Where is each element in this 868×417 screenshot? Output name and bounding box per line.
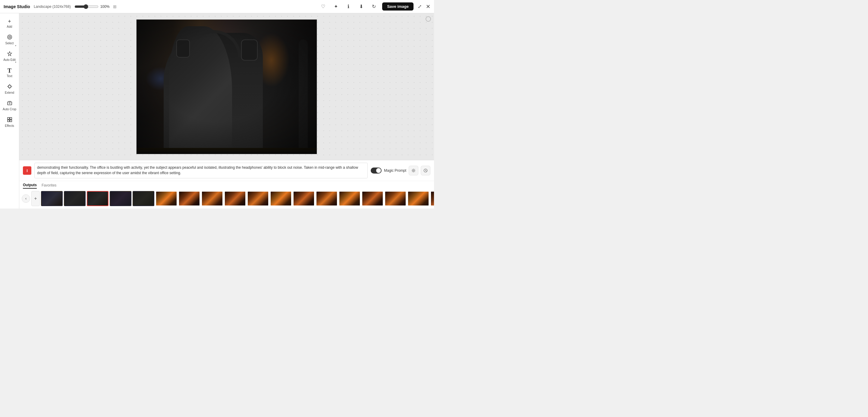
svg-rect-15 — [10, 120, 12, 122]
outputs-tabs: Outputs Favorites — [19, 181, 434, 190]
bottom-panel: I demonstrating their functionality. The… — [19, 160, 434, 208]
svg-point-0 — [7, 35, 12, 39]
canvas-area[interactable] — [19, 13, 434, 160]
sidebar-item-auto-crop-label: Auto Crop — [3, 107, 16, 111]
svg-rect-14 — [7, 120, 9, 122]
auto-crop-icon — [7, 100, 12, 107]
tab-favorites[interactable]: Favorites — [41, 183, 56, 188]
svg-point-1 — [9, 36, 10, 38]
thumbnail-13[interactable] — [316, 191, 338, 206]
svg-point-16 — [413, 170, 414, 171]
resize-icon[interactable]: ⊞ — [113, 4, 117, 9]
sidebar-item-select[interactable]: Select ▼ — [1, 32, 19, 47]
thumbnail-14[interactable] — [339, 191, 361, 206]
prompt-icon-button[interactable]: I — [23, 166, 31, 175]
thumbnail-9[interactable] — [224, 191, 246, 206]
add-thumbnail-button[interactable]: + — [31, 191, 40, 206]
sidebar-item-add-label: Add — [7, 25, 12, 28]
sidebar-item-extend-label: Extend — [5, 91, 14, 94]
effects-icon — [7, 117, 12, 123]
zoom-percent: 100% — [100, 4, 110, 9]
sidebar-item-text[interactable]: T Text — [1, 65, 19, 80]
thumbnail-18[interactable] — [430, 191, 434, 206]
thumbnail-8[interactable] — [201, 191, 223, 206]
magic-prompt-toggle[interactable] — [371, 167, 381, 173]
close-button[interactable]: ✕ — [426, 3, 430, 10]
select-icon — [7, 34, 12, 41]
thumbnail-10[interactable] — [247, 191, 269, 206]
favorite-button[interactable]: ♡ — [319, 2, 327, 11]
thumbnails-strip: ‹ + — [19, 190, 434, 208]
expand-button[interactable]: ⤢ — [418, 4, 422, 9]
sidebar-item-auto-crop[interactable]: Auto Crop — [1, 98, 19, 113]
sidebar-item-effects-label: Effects — [5, 124, 14, 127]
thumbnail-3[interactable] — [87, 191, 108, 206]
svg-rect-13 — [10, 118, 12, 119]
thumbnail-5[interactable] — [133, 191, 154, 206]
sidebar-item-add[interactable]: + Add — [1, 16, 19, 31]
main-body: + Add Select ▼ Auto Edit ▼ T Te — [0, 13, 434, 208]
download-button[interactable]: ⬇ — [357, 2, 365, 11]
app-title: Image Studio — [4, 4, 30, 9]
text-icon: T — [7, 67, 11, 73]
select-chevron: ▼ — [15, 44, 17, 47]
add-icon: + — [8, 19, 11, 24]
left-sidebar: + Add Select ▼ Auto Edit ▼ T Te — [0, 13, 19, 208]
thumbnail-16[interactable] — [384, 191, 406, 206]
prompt-text-display[interactable]: demonstrating their functionality. The o… — [34, 163, 368, 179]
thumbnail-11[interactable] — [270, 191, 292, 206]
feedback-button[interactable]: ✦ — [332, 2, 340, 11]
sidebar-item-text-label: Text — [7, 74, 12, 78]
thumbnail-15[interactable] — [362, 191, 383, 206]
sidebar-item-extend[interactable]: Extend — [1, 82, 19, 97]
thumbnail-6[interactable] — [156, 191, 177, 206]
thumbnail-7[interactable] — [179, 191, 200, 206]
settings-button[interactable] — [409, 166, 418, 175]
canvas-image — [136, 19, 317, 154]
svg-rect-12 — [7, 118, 9, 119]
refresh-button[interactable]: ↻ — [370, 2, 378, 11]
magic-prompt-area: Magic Prompt — [371, 166, 430, 175]
sidebar-item-auto-edit-label: Auto Edit — [3, 58, 16, 61]
thumbnail-17[interactable] — [407, 191, 429, 206]
zoom-slider-container: 100% — [74, 4, 110, 9]
prompt-row: I demonstrating their functionality. The… — [19, 160, 434, 181]
thumbnail-4[interactable] — [110, 191, 131, 206]
resize-handle-indicator — [426, 16, 431, 22]
thumbnail-1[interactable] — [41, 191, 63, 206]
image-format: Landscape (1024x768) — [34, 4, 71, 9]
save-image-button[interactable]: Save image — [382, 2, 413, 10]
history-button[interactable] — [421, 166, 430, 175]
thumbnail-2[interactable] — [64, 191, 86, 206]
header-actions: ♡ ✦ ℹ ⬇ ↻ Save image ⤢ ✕ — [319, 2, 430, 11]
sidebar-item-effects[interactable]: Effects — [1, 115, 19, 130]
sidebar-item-select-label: Select — [5, 41, 14, 45]
magic-prompt-label: Magic Prompt — [384, 168, 406, 173]
prev-thumbnail-button[interactable]: ‹ — [22, 194, 30, 203]
extend-icon — [7, 84, 12, 90]
svg-rect-2 — [8, 85, 11, 88]
zoom-slider[interactable] — [74, 4, 98, 9]
auto-edit-icon — [7, 51, 12, 57]
prompt-icon: I — [27, 168, 28, 173]
thumbnail-12[interactable] — [293, 191, 315, 206]
info-button[interactable]: ℹ — [344, 2, 352, 11]
sidebar-item-auto-edit[interactable]: Auto Edit ▼ — [1, 49, 19, 64]
tab-outputs[interactable]: Outputs — [23, 183, 37, 189]
header: Image Studio Landscape (1024x768) 100% ⊞… — [0, 0, 434, 13]
auto-edit-chevron: ▼ — [15, 61, 17, 63]
